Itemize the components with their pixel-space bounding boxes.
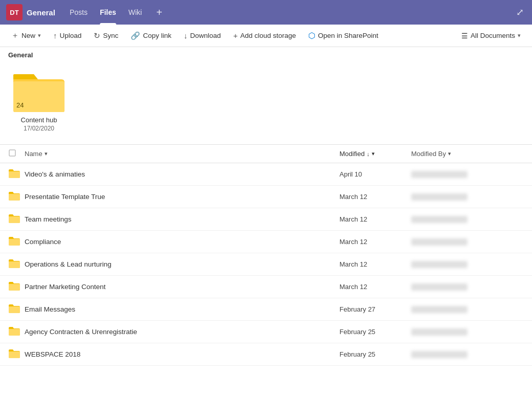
add-tab-button[interactable]: +: [152, 0, 166, 25]
file-row-modified: February 25: [339, 350, 411, 358]
modified-sort-icon2: ▾: [372, 150, 375, 157]
file-row-modified-by: [411, 306, 524, 313]
table-row[interactable]: Team meetings March 12: [0, 208, 532, 231]
col-modified-label: Modified: [339, 150, 365, 158]
folder-small-icon: [8, 168, 25, 180]
table-row[interactable]: Partner Marketing Content March 12: [0, 276, 532, 298]
table-row[interactable]: WEBSPACE 2018 February 25: [0, 343, 532, 366]
folder-small-icon: [8, 191, 25, 203]
open-sharepoint-button[interactable]: ⬡ Open in SharePoint: [303, 28, 384, 43]
folder-small-icon: [8, 258, 25, 270]
file-row-name: Team meetings: [25, 215, 339, 223]
file-row-name: Agency Contracten & Urenregistratie: [25, 328, 339, 336]
file-row-modified: March 12: [339, 260, 411, 268]
file-list: Name ▾ Modified ↓ ▾ Modified By ▾ Video'…: [0, 144, 532, 366]
file-row-modified: March 12: [339, 215, 411, 223]
sharepoint-icon: ⬡: [308, 31, 315, 40]
plus-icon: ＋: [11, 31, 19, 40]
nav-wiki[interactable]: Wiki: [122, 0, 148, 25]
upload-label: Upload: [60, 32, 82, 39]
file-row-modified-by: [411, 193, 524, 201]
file-row-name: Email Messages: [25, 305, 339, 313]
team-name: General: [27, 8, 55, 17]
copy-link-button[interactable]: 🔗 Copy link: [125, 29, 177, 43]
expand-button[interactable]: ⤢: [514, 5, 526, 20]
blurred-name: [411, 193, 467, 201]
table-row[interactable]: Video's & animaties April 10: [0, 163, 532, 186]
add-cloud-label: Add cloud storage: [240, 32, 296, 39]
new-caret-icon: ▾: [38, 32, 41, 39]
file-rows-container: Video's & animaties April 10 Presentatie…: [0, 163, 532, 366]
blurred-name: [411, 171, 467, 178]
file-row-modified-by: [411, 283, 524, 291]
blurred-name: [411, 351, 467, 358]
col-modified-by-label: Modified By: [411, 150, 446, 158]
blurred-name: [411, 216, 467, 223]
sync-icon: ↻: [94, 31, 100, 40]
all-documents-button[interactable]: ☰ All Documents ▾: [456, 29, 526, 42]
col-icon-header: [8, 149, 25, 159]
folder-small-icon: [8, 281, 25, 293]
table-row[interactable]: Agency Contracten & Urenregistratie Febr…: [0, 321, 532, 343]
file-row-modified: February 25: [339, 328, 411, 336]
breadcrumb-label: General: [8, 51, 33, 59]
file-row-modified-by: [411, 216, 524, 223]
file-row-name: WEBSPACE 2018: [25, 350, 339, 358]
sync-button[interactable]: ↻ Sync: [89, 29, 123, 43]
upload-button[interactable]: ↑ Upload: [48, 29, 87, 42]
nav-files[interactable]: Files: [94, 0, 122, 25]
name-sort-icon: ▾: [45, 150, 48, 157]
file-row-modified: April 10: [339, 170, 411, 178]
all-docs-label: All Documents: [471, 32, 515, 39]
file-icon-header: [8, 149, 16, 157]
modified-sort-icon: ↓: [367, 151, 370, 157]
file-row-modified: March 12: [339, 238, 411, 246]
folder-small-icon: [8, 236, 25, 248]
table-row[interactable]: Compliance March 12: [0, 231, 532, 253]
breadcrumb: General: [0, 47, 532, 63]
folder-tile-name: Content hub: [21, 116, 57, 124]
all-docs-caret-icon: ▾: [518, 32, 521, 39]
col-modified-header[interactable]: Modified ↓ ▾: [339, 150, 411, 158]
folder-tile-date: 17/02/2020: [24, 125, 54, 132]
folder-small-icon: [8, 213, 25, 225]
toolbar-right: ☰ All Documents ▾: [456, 29, 526, 42]
copy-link-label: Copy link: [143, 32, 172, 39]
folder-tile-badge: 24: [16, 101, 24, 109]
col-name-header[interactable]: Name ▾: [25, 150, 339, 158]
file-row-modified-by: [411, 351, 524, 358]
add-cloud-button[interactable]: + Add cloud storage: [228, 29, 301, 42]
folder-tile-content-hub[interactable]: 24 Content hub 17/02/2020: [8, 69, 70, 132]
blurred-name: [411, 306, 467, 313]
download-icon: ↓: [184, 31, 188, 40]
open-sharepoint-label: Open in SharePoint: [318, 32, 378, 39]
blurred-name: [411, 261, 467, 268]
svg-rect-1: [9, 150, 15, 156]
folder-tile-icon-wrap: 24: [11, 69, 67, 114]
blurred-name: [411, 283, 467, 291]
col-modified-by-header[interactable]: Modified By ▾: [411, 150, 524, 158]
folder-small-icon: [8, 303, 25, 315]
file-row-name: Presentatie Template True: [25, 193, 339, 201]
avatar: DT: [6, 4, 23, 20]
new-button[interactable]: ＋ New ▾: [6, 28, 46, 43]
file-row-modified-by: [411, 328, 524, 336]
file-row-name: Video's & animaties: [25, 170, 339, 178]
download-button[interactable]: ↓ Download: [179, 29, 226, 42]
modified-by-sort-icon: ▾: [448, 150, 451, 157]
file-row-name: Partner Marketing Content: [25, 283, 339, 291]
app-header: DT General Posts Files Wiki + ⤢: [0, 0, 532, 25]
upload-icon: ↑: [53, 31, 57, 40]
new-label: New: [22, 32, 35, 39]
blurred-name: [411, 328, 467, 336]
table-row[interactable]: Presentatie Template True March 12: [0, 186, 532, 208]
col-name-label: Name: [25, 150, 42, 158]
file-row-name: Operations & Lead nurturing: [25, 260, 339, 268]
cloud-icon: +: [233, 31, 238, 40]
file-row-modified: March 12: [339, 193, 411, 201]
nav-posts[interactable]: Posts: [63, 0, 94, 25]
file-row-modified: February 27: [339, 305, 411, 313]
file-row-name: Compliance: [25, 238, 339, 246]
table-row[interactable]: Operations & Lead nurturing March 12: [0, 253, 532, 276]
table-row[interactable]: Email Messages February 27: [0, 298, 532, 321]
